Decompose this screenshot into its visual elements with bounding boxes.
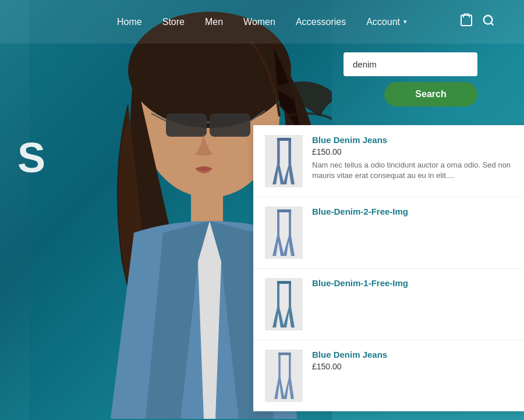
result-title-2: Blue-Denim-2-Free-Img [312, 207, 512, 216]
result-title-4: Blue Denim Jeans [312, 350, 512, 360]
nav-women[interactable]: Women [243, 17, 275, 27]
result-info-2: Blue-Denim-2-Free-Img [312, 207, 512, 219]
result-price-4: £150.00 [312, 362, 512, 371]
result-item-3[interactable]: Blue-Denim-1-Free-Img [253, 269, 524, 340]
result-info-3: Blue-Denim-1-Free-Img [312, 278, 512, 290]
result-price-1: £150.00 [312, 147, 512, 156]
svg-rect-15 [277, 281, 291, 284]
account-chevron-icon: ▾ [403, 18, 407, 26]
cart-icon[interactable] [459, 13, 473, 30]
svg-rect-3 [166, 113, 207, 137]
nav-menu: Home Store Men Women Accessories Account… [117, 17, 407, 27]
svg-rect-9 [461, 15, 472, 26]
nav-men[interactable]: Men [205, 17, 223, 27]
nav-store[interactable]: Store [162, 17, 185, 27]
search-icon-nav[interactable] [482, 14, 495, 30]
svg-rect-4 [210, 113, 250, 137]
result-title-3: Blue-Denim-1-Free-Img [312, 278, 512, 288]
search-input-wrapper [344, 52, 477, 76]
svg-rect-14 [277, 209, 291, 212]
svg-rect-16 [278, 353, 291, 355]
result-image-4 [265, 350, 303, 402]
result-image-1 [265, 135, 303, 187]
search-area: Search [344, 52, 477, 106]
result-info-1: Blue Denim Jeans £150.00 Nam nec tellus … [312, 135, 512, 181]
nav-icons [459, 13, 495, 30]
nav-accessories[interactable]: Accessories [296, 17, 346, 27]
result-info-4: Blue Denim Jeans £150.00 [312, 350, 512, 375]
result-item-2[interactable]: Blue-Denim-2-Free-Img [253, 197, 524, 269]
navigation: Home Store Men Women Accessories Account… [0, 0, 524, 44]
result-image-2 [265, 207, 303, 259]
result-title-1: Blue Denim Jeans [312, 135, 512, 145]
search-results-dropdown: Blue Denim Jeans £150.00 Nam nec tellus … [253, 125, 524, 411]
search-button[interactable]: Search [384, 82, 477, 106]
nav-home[interactable]: Home [117, 17, 142, 27]
result-image-3 [265, 278, 303, 330]
svg-point-10 [484, 16, 493, 24]
result-desc-1: Nam nec tellus a odio tincidunt auctor a… [312, 160, 512, 181]
search-input[interactable] [344, 52, 477, 76]
result-item-1[interactable]: Blue Denim Jeans £150.00 Nam nec tellus … [253, 126, 524, 197]
nav-account[interactable]: Account ▾ [366, 17, 407, 27]
result-item-4[interactable]: Blue Denim Jeans £150.00 [253, 340, 524, 411]
hero-text: S [17, 134, 44, 181]
